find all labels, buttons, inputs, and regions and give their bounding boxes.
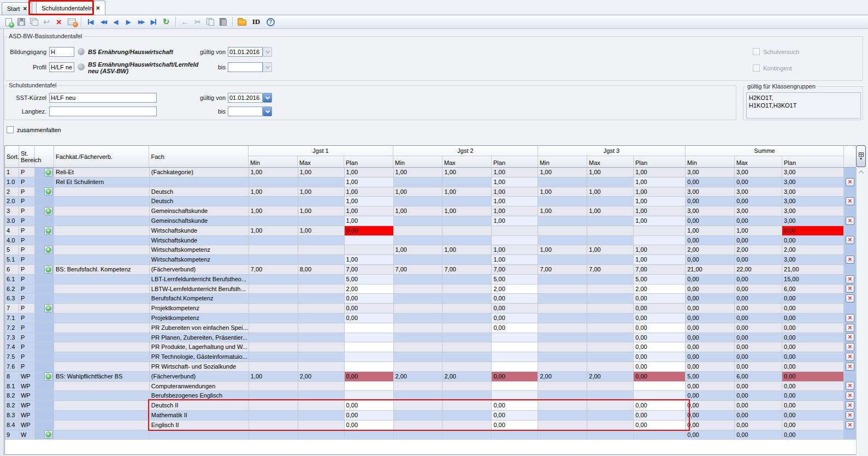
delete-row-button[interactable]: × <box>846 178 854 186</box>
cell-value[interactable] <box>249 430 298 440</box>
cell-value[interactable]: 0,00 <box>735 285 782 294</box>
delete-record-button[interactable]: × <box>54 16 64 27</box>
cell-value[interactable]: 1,00 <box>249 226 298 236</box>
cell-value[interactable] <box>538 313 587 323</box>
col-header-sort[interactable]: Sort. <box>5 146 19 167</box>
undo-button[interactable]: ↩ <box>41 16 52 27</box>
cell-fachkat[interactable] <box>54 342 150 352</box>
table-row[interactable]: 2P+Deutsch1,001,001,001,001,001,001,001,… <box>5 187 856 197</box>
cell-value[interactable]: 0,00 <box>782 226 844 236</box>
cell-value[interactable] <box>249 382 298 392</box>
cell-value[interactable]: 0,00 <box>735 255 782 265</box>
cell-fachkat[interactable] <box>54 216 150 226</box>
nav-next-button[interactable]: ▶ <box>123 16 134 27</box>
cell-value[interactable] <box>442 304 492 313</box>
cell-fachkat[interactable] <box>54 294 150 304</box>
cell-value[interactable] <box>394 391 443 401</box>
cell-value[interactable]: 0,00 <box>735 401 782 411</box>
cell-value[interactable] <box>587 333 634 343</box>
delete-row-button[interactable]: × <box>846 197 854 205</box>
cell-value[interactable] <box>298 177 345 187</box>
cell-value[interactable] <box>587 313 634 323</box>
cell-value[interactable] <box>538 294 587 304</box>
cell-value[interactable] <box>587 236 634 246</box>
table-row[interactable]: 7.5PPR Technologie, Gästeinformatuio...0… <box>5 352 856 362</box>
cell-value[interactable] <box>634 430 686 440</box>
delete-row-button[interactable]: × <box>846 382 854 390</box>
sst-gueltig-von-dropdown-button[interactable] <box>263 93 272 103</box>
cell-fach[interactable]: PR Produkte, Lagerhaltung und W... <box>150 342 249 352</box>
cell-value[interactable]: 1,00 <box>345 255 394 265</box>
cell-value[interactable]: 0,00 <box>735 342 782 352</box>
cell-value[interactable] <box>587 401 634 411</box>
col-header-min[interactable]: Min <box>393 156 442 167</box>
cell-value[interactable]: 0,00 <box>686 255 735 265</box>
delete-row-button[interactable]: × <box>846 256 854 264</box>
cell-value[interactable]: 2,00 <box>634 285 686 294</box>
cell-value[interactable]: 2,00 <box>492 285 538 294</box>
cell-value[interactable]: 1,00 <box>492 206 538 216</box>
cell-value[interactable] <box>394 401 443 411</box>
cell-fachkat[interactable] <box>54 382 150 392</box>
cell-value[interactable] <box>298 382 345 392</box>
cell-fachkat[interactable] <box>54 304 150 313</box>
table-row[interactable]: 8.4WPEnglisch II0,000,000,000,000,000,00… <box>5 421 856 430</box>
cell-value[interactable]: 0,00 <box>686 197 735 206</box>
cell-value[interactable] <box>298 391 345 401</box>
cell-value[interactable]: 0,00 <box>634 362 686 372</box>
cell-value[interactable] <box>298 255 345 265</box>
cell-value[interactable] <box>442 294 492 304</box>
cell-value[interactable] <box>298 313 345 323</box>
cell-value[interactable] <box>298 275 345 285</box>
duplicate-button[interactable] <box>28 16 39 27</box>
cell-value[interactable] <box>442 391 492 401</box>
cell-fachkat[interactable] <box>54 206 150 216</box>
table-row[interactable]: 7.4PPR Produkte, Lagerhaltung und W...0,… <box>5 342 856 352</box>
cell-fach[interactable]: (Fächerverbund) <box>150 372 249 382</box>
column-chooser-button[interactable]: ▾ <box>856 145 866 167</box>
col-header-max[interactable]: Max <box>735 156 782 167</box>
cell-value[interactable] <box>394 216 443 226</box>
cell-value[interactable] <box>492 391 538 401</box>
add-row-button[interactable]: + <box>44 168 52 176</box>
cell-value[interactable]: 1,00 <box>298 226 345 236</box>
cell-fachkat[interactable] <box>54 362 150 372</box>
cell-value[interactable]: 1,00 <box>634 177 686 187</box>
cell-value[interactable]: 7,00 <box>634 265 686 275</box>
cell-value[interactable] <box>442 401 492 411</box>
cell-value[interactable] <box>634 226 686 236</box>
cell-value[interactable] <box>587 421 634 430</box>
delete-row-button[interactable]: × <box>846 401 854 410</box>
cell-fach[interactable]: Deutsch II <box>150 401 249 411</box>
sst-gueltig-von-input[interactable] <box>228 93 263 103</box>
table-row[interactable]: 8WP+BS: Wahlpflichtfächer BS(Fächerverbu… <box>5 372 856 382</box>
new-record-button[interactable]: + <box>3 16 14 27</box>
cell-fach[interactable]: Projektkompetenz <box>150 313 249 323</box>
back-button[interactable]: ← <box>180 16 191 27</box>
cell-value[interactable]: 0,00 <box>492 401 538 411</box>
add-row-button[interactable]: + <box>44 430 52 439</box>
cell-value[interactable]: 0,00 <box>686 411 735 421</box>
cell-value[interactable]: 0,00 <box>782 294 844 304</box>
cell-value[interactable] <box>587 342 634 352</box>
cell-value[interactable]: 0,00 <box>782 304 844 313</box>
cell-value[interactable]: 1,00 <box>345 216 394 226</box>
cell-value[interactable] <box>298 333 345 343</box>
col-header-max[interactable]: Max <box>442 156 492 167</box>
table-row[interactable]: 6.1PLBT-Lernfeldunterricht Berufstheo...… <box>5 275 856 285</box>
tab-schulstundentafeln[interactable]: Schulstundentafeln × <box>36 1 105 15</box>
cell-value[interactable]: 0,00 <box>686 285 735 294</box>
cell-value[interactable]: 0,00 <box>492 304 538 313</box>
cell-value[interactable]: 0,00 <box>686 304 735 313</box>
table-row[interactable]: 3.0PGemeinschaftskunde1,001,001,000,000,… <box>5 216 856 226</box>
cell-value[interactable] <box>249 255 298 265</box>
cell-value[interactable] <box>345 382 394 392</box>
cell-value[interactable] <box>442 342 492 352</box>
sst-bis-dropdown-button[interactable] <box>263 106 272 116</box>
cell-fach[interactable]: Mathematik II <box>150 411 249 421</box>
cell-fachkat[interactable] <box>54 411 150 421</box>
cell-value[interactable] <box>345 342 394 352</box>
add-row-button[interactable]: + <box>44 187 52 196</box>
cell-value[interactable] <box>345 323 394 333</box>
delete-row-button[interactable]: × <box>846 353 854 361</box>
